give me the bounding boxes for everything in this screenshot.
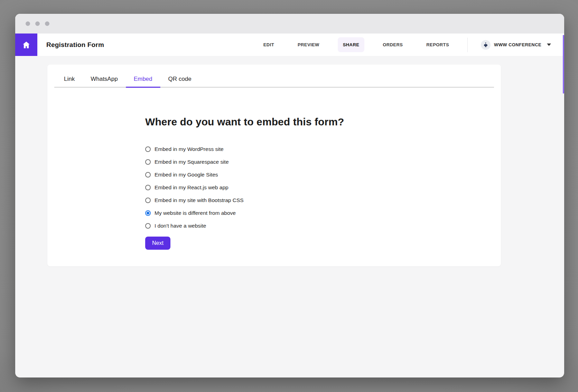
home-icon <box>22 40 31 49</box>
chevron-down-icon <box>547 44 551 46</box>
nav-item-orders[interactable]: ORDERS <box>377 37 408 52</box>
panel-heading: Where do you want to embed this form? <box>145 116 501 128</box>
nav-item-edit[interactable]: EDIT <box>258 37 279 52</box>
top-nav: EDIT PREVIEW SHARE ORDERS REPORTS WWW CO… <box>258 37 564 52</box>
option-label: My website is different from above <box>155 210 236 216</box>
option-label: Embed in my Google Sites <box>155 172 218 178</box>
tab-link[interactable]: Link <box>56 71 83 87</box>
option-label: Embed in my React.js web app <box>155 184 229 191</box>
radio-icon[interactable] <box>145 198 151 203</box>
radio-option-google-sites[interactable]: Embed in my Google Sites <box>145 168 501 181</box>
tab-whatsapp[interactable]: WhatsApp <box>83 71 125 87</box>
option-label: Embed in my site with Bootstrap CSS <box>155 197 244 203</box>
radio-option-bootstrap[interactable]: Embed in my site with Bootstrap CSS <box>145 194 501 207</box>
radio-option-squarespace[interactable]: Embed in my Squarespace site <box>145 155 501 168</box>
radio-icon[interactable] <box>145 172 151 178</box>
window-control-dot[interactable] <box>35 21 40 26</box>
browser-window: Registration Form EDIT PREVIEW SHARE ORD… <box>15 14 564 377</box>
radio-icon[interactable] <box>145 185 151 190</box>
radio-icon[interactable] <box>145 146 151 152</box>
radio-option-no-website[interactable]: I don't have a website <box>145 219 501 232</box>
account-name: WWW CONFERENCE <box>494 42 541 47</box>
share-tabs: Link WhatsApp Embed QR code <box>54 71 494 87</box>
embed-options-list: Embed in my WordPress site Embed in my S… <box>145 143 501 232</box>
nav-item-share[interactable]: SHARE <box>338 37 365 52</box>
conference-logo-icon <box>481 40 491 50</box>
scrollbar[interactable] <box>563 35 564 94</box>
radio-option-react[interactable]: Embed in my React.js web app <box>145 181 501 194</box>
radio-icon-selected[interactable] <box>145 210 151 216</box>
page-title: Registration Form <box>46 41 104 49</box>
radio-icon[interactable] <box>145 223 151 229</box>
option-label: Embed in my WordPress site <box>155 146 224 152</box>
embed-panel: Where do you want to embed this form? Em… <box>47 116 501 250</box>
option-label: Embed in my Squarespace site <box>155 159 229 165</box>
app-header: Registration Form EDIT PREVIEW SHARE ORD… <box>15 34 564 56</box>
tab-qr-code[interactable]: QR code <box>160 71 199 87</box>
radio-option-different-website[interactable]: My website is different from above <box>145 207 501 219</box>
window-control-dot[interactable] <box>45 21 49 26</box>
share-panel-card: Link WhatsApp Embed QR code Where do you… <box>47 65 501 266</box>
nav-divider <box>467 38 468 52</box>
radio-icon[interactable] <box>145 159 151 165</box>
window-titlebar <box>15 14 564 34</box>
home-button[interactable] <box>15 34 37 56</box>
next-button[interactable]: Next <box>145 237 170 250</box>
tab-embed[interactable]: Embed <box>126 71 160 87</box>
option-label: I don't have a website <box>155 223 206 229</box>
nav-item-preview[interactable]: PREVIEW <box>292 37 325 52</box>
radio-option-wordpress[interactable]: Embed in my WordPress site <box>145 143 501 155</box>
nav-item-reports[interactable]: REPORTS <box>421 37 454 52</box>
account-dropdown[interactable]: WWW CONFERENCE <box>481 40 551 50</box>
window-control-dot[interactable] <box>26 21 30 26</box>
